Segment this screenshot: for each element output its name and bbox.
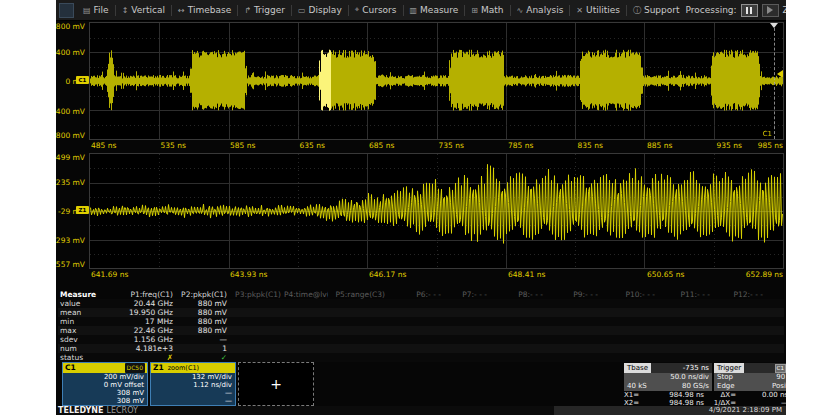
c1-coupling-badge: DC50: [125, 363, 145, 373]
timebase-header: Tbase -735 ns: [624, 363, 712, 373]
plot1-grid-area[interactable]: C1: [89, 22, 784, 140]
measure-cell-p2: 880 mV: [176, 308, 230, 317]
measure-cell-p10: [601, 317, 658, 326]
measure-col-header-p6[interactable]: P6:- - -: [388, 290, 444, 299]
x-cursor-line[interactable]: [774, 23, 775, 139]
menu-cursors-label: Cursors: [362, 5, 396, 15]
measure-cell-p12: [713, 317, 766, 326]
menu-support[interactable]: ⓘSupport: [627, 0, 686, 20]
measure-cell-p11: [658, 299, 713, 308]
menu-vertical[interactable]: ↕Vertical: [116, 0, 171, 20]
menu-utilities[interactable]: ✕Utilities: [570, 0, 626, 20]
y-tick-label: -557 mV: [56, 260, 85, 269]
trigger-level-marker[interactable]: [777, 70, 783, 78]
measure-col-header-p1[interactable]: P1:freq(C1): [118, 290, 176, 299]
trigger-icon: ↱: [244, 6, 251, 15]
trigger-box[interactable]: Trigger C1 DC Stop 90 mV Edge Positive: [714, 363, 786, 391]
menu-measure-label: Measure: [420, 5, 458, 15]
measure-col-header-p2[interactable]: P2:pkpk(C1): [176, 290, 230, 299]
c1-descriptor-header: C1 DC50: [63, 363, 147, 373]
menu-timebase[interactable]: ↔Timebase: [172, 0, 237, 20]
measure-cell-p4: [284, 299, 328, 308]
measure-cell-p12: [713, 308, 766, 317]
vertical-icon: ↕: [122, 6, 129, 15]
measure-cell-p8: [490, 335, 546, 344]
measure-cell-p3: [230, 335, 284, 344]
measure-cell-p6: [388, 326, 444, 335]
measure-cell-p8: [490, 299, 546, 308]
app-icon[interactable]: [59, 3, 74, 18]
measure-cell-p4: [284, 308, 328, 317]
display-icon: ▭: [298, 6, 306, 15]
timebase-scale: 50.0 ns/div: [670, 373, 709, 382]
measure-col-header-p5[interactable]: P5:range(C3): [328, 290, 388, 299]
x-tick-label: 648.41 ns: [508, 270, 545, 279]
measure-col-header-p7[interactable]: P7:- - -: [444, 290, 490, 299]
measure-cell-p6: [388, 344, 444, 353]
measure-cell-p7: [444, 317, 490, 326]
menu-analysis[interactable]: ∿Analysis: [511, 0, 570, 20]
measure-cell-p11: [658, 308, 713, 317]
measure-col-header-p9[interactable]: P9:- - -: [546, 290, 601, 299]
measure-cell-p5: [328, 299, 388, 308]
measure-cell-p1: 19.950 GHz: [118, 308, 176, 317]
z1-hdiv: 1.12 ns/div: [151, 381, 235, 389]
oscilloscope-app-window: ▤File↕Vertical↔Timebase↱Trigger▭Display⌖…: [56, 0, 786, 415]
measure-col-header-p11[interactable]: P11:- - -: [658, 290, 713, 299]
z1-subtitle: zoom(C1): [168, 363, 199, 373]
measure-col-header-p4[interactable]: P4:time@lv(C1): [284, 290, 328, 299]
measure-cell-p11: [658, 317, 713, 326]
measure-cell-p6: [388, 353, 444, 362]
measure-cell-p1: 22.46 GHz: [118, 326, 176, 335]
math-icon: ⊞: [471, 6, 478, 15]
datetime-display: 4/9/2021 2:18:09 PM: [554, 406, 786, 415]
trigger-title: Trigger: [714, 363, 744, 373]
trigger-header: Trigger C1 DC: [714, 363, 786, 373]
x-tick-label: 485 ns: [91, 141, 116, 150]
menu-file[interactable]: ▤File: [77, 0, 115, 20]
trigger-row-2: Edge Positive: [714, 382, 786, 391]
x-tick-label: 641.69 ns: [91, 270, 128, 279]
measure-col-header-p3[interactable]: P3:pkpk(C1): [230, 290, 284, 299]
measure-cell-p1: 4.181e+3: [118, 344, 176, 353]
c1-vdiv: 200 mV/div: [63, 373, 147, 381]
add-trace-plus: +: [270, 376, 282, 392]
menu-display[interactable]: ▭Display: [292, 0, 348, 20]
plot2-grid-area[interactable]: [89, 153, 784, 269]
timebase-title: Tbase: [624, 363, 651, 373]
measure-cell-p4: [284, 317, 328, 326]
measure-cell-p10: [601, 344, 658, 353]
menu-trigger[interactable]: ↱Trigger: [238, 0, 291, 20]
menu-cursors[interactable]: ⌖Cursors: [349, 0, 403, 20]
z1-ground-marker[interactable]: Z1: [76, 206, 89, 214]
measure-row: status✗✓: [58, 353, 784, 362]
measure-cell-p1: ✗: [118, 353, 176, 362]
c1-ground-marker[interactable]: C1: [76, 76, 89, 84]
add-trace-box[interactable]: +: [238, 362, 314, 406]
trigger-source-badge: C1: [775, 364, 786, 373]
c1-descriptor-box[interactable]: C1 DC50 200 mV/div 0 mV offset 308 mV 30…: [62, 362, 148, 406]
timebase-box[interactable]: Tbase -735 ns 50.0 ns/div 40 kS 80 GS/s: [624, 363, 712, 391]
x-tick-label: 935 ns: [717, 141, 742, 150]
measure-col-header-p12[interactable]: P12:- - -: [713, 290, 766, 299]
measure-col-header-p8[interactable]: P8:- - -: [490, 290, 546, 299]
menu-measure[interactable]: ▥Measure: [404, 0, 465, 20]
timebase-offset: -735 ns: [683, 364, 712, 372]
x-tick-label: 835 ns: [578, 141, 603, 150]
y-tick-label: 400 mV: [56, 47, 85, 56]
processing-pause-button[interactable]: [741, 4, 758, 17]
measure-cell-p7: [444, 335, 490, 344]
processing-play-button[interactable]: [762, 4, 779, 17]
measure-col-header-p10[interactable]: P10:- - -: [601, 290, 658, 299]
measure-cell-p11: [658, 326, 713, 335]
measure-cell-p10: [601, 335, 658, 344]
x-tick-label: 985 ns: [758, 141, 783, 150]
measure-cell-p2: 880 mV: [176, 299, 230, 308]
menu-math[interactable]: ⊞Math: [465, 0, 509, 20]
measure-cell-p3: [230, 344, 284, 353]
z1-descriptor-box[interactable]: Z1 zoom(C1) 132 mV/div 1.12 ns/div — —: [150, 362, 236, 406]
x-cursor-marker-icon[interactable]: [770, 23, 778, 28]
measure-table: MeasureP1:freq(C1)P2:pkpk(C1)P3:pkpk(C1)…: [58, 290, 784, 362]
measure-icon: ▥: [410, 6, 418, 15]
measure-header-row: MeasureP1:freq(C1)P2:pkpk(C1)P3:pkpk(C1)…: [58, 290, 784, 299]
